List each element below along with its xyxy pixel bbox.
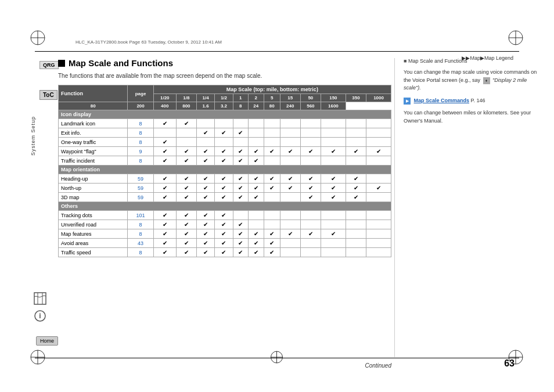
- scale-metric-col-11: 1600: [321, 102, 346, 110]
- check-cell-10: [346, 229, 366, 239]
- row-page-link[interactable]: 59: [128, 174, 153, 184]
- page-title: Map Scale and Functions: [58, 58, 391, 68]
- scale-metric-col-2: 400: [153, 102, 176, 110]
- scale-metric-row: 802004008001.63.2824802405601600: [59, 102, 391, 110]
- toc-button[interactable]: ToC: [39, 90, 57, 100]
- check-cell-6: [264, 156, 280, 166]
- check-cell-1: ✔: [176, 184, 196, 193]
- table-body: Icon displayLandmark icon8✔✔Exit info.8✔…: [59, 110, 391, 257]
- check-cell-11: ✔: [366, 147, 391, 156]
- row-page-link[interactable]: 8: [128, 229, 153, 239]
- scale-col-9: 150: [321, 94, 346, 102]
- row-page-link[interactable]: 8: [128, 138, 153, 147]
- check-cell-7: [280, 138, 300, 147]
- check-cell-8: [300, 156, 321, 166]
- check-cell-6: ✔: [264, 147, 280, 156]
- check-cell-2: ✔: [196, 248, 214, 257]
- check-cell-11: [366, 248, 391, 257]
- check-cell-1: ✔: [176, 211, 196, 220]
- qrg-button[interactable]: QRG: [39, 61, 59, 69]
- table-row: Waypoint "flag"9✔✔✔✔✔✔✔✔✔✔✔✔: [59, 147, 391, 156]
- row-page-link[interactable]: 8: [128, 156, 153, 166]
- check-cell-8: ✔: [300, 229, 321, 239]
- row-function-name: Map features: [59, 229, 128, 239]
- table-row: One-way traffic8✔: [59, 138, 391, 147]
- table-row: Avoid areas43✔✔✔✔✔✔✔: [59, 239, 391, 248]
- check-cell-2: ✔: [196, 220, 214, 229]
- row-page-link[interactable]: 8: [128, 128, 153, 138]
- page-number: 63: [504, 358, 515, 369]
- row-function-name: One-way traffic: [59, 138, 128, 147]
- home-button[interactable]: Home: [36, 336, 58, 346]
- check-cell-0: ✔: [153, 220, 176, 229]
- check-cell-5: ✔: [248, 147, 264, 156]
- row-function-name: Waypoint "flag": [59, 147, 128, 156]
- check-cell-1: [176, 138, 196, 147]
- check-cell-3: ✔: [215, 193, 233, 202]
- check-cell-5: ✔: [248, 229, 264, 239]
- row-page-link[interactable]: 43: [128, 239, 153, 248]
- check-cell-1: ✔: [176, 156, 196, 166]
- check-cell-11: [366, 220, 391, 229]
- check-cell-5: [248, 119, 264, 128]
- scale-col-8: 50: [300, 94, 321, 102]
- scale-col-6: 5: [264, 94, 280, 102]
- row-function-name: Traffic speed: [59, 248, 128, 257]
- row-page-link[interactable]: 9: [128, 147, 153, 156]
- row-function-name: 3D map: [59, 193, 128, 202]
- row-page-link[interactable]: 8: [128, 119, 153, 128]
- check-cell-5: ✔: [248, 239, 264, 248]
- check-cell-7: ✔: [280, 147, 300, 156]
- row-page-link[interactable]: 8: [128, 220, 153, 229]
- scale-metric-col-8: 80: [264, 102, 280, 110]
- check-cell-2: ✔: [196, 174, 214, 184]
- footer-line: [35, 358, 519, 358]
- table-row: Tracking dots101✔✔✔✔: [59, 211, 391, 220]
- table-row: Map features8✔✔✔✔✔✔✔✔✔✔: [59, 229, 391, 239]
- check-cell-9: [321, 248, 346, 257]
- check-cell-10: [346, 248, 366, 257]
- info-icon[interactable]: i: [34, 310, 46, 322]
- main-content: Map Scale and Functions The functions th…: [58, 58, 391, 357]
- check-cell-11: [366, 239, 391, 248]
- right-panel-link-line: ▶ Map Scale Commands P. 146: [404, 97, 542, 105]
- check-cell-7: ✔: [280, 174, 300, 184]
- map-scale-table: Function page Map Scale (top: mile, bott…: [58, 85, 391, 257]
- scale-col-1: 1/8: [176, 94, 196, 102]
- check-cell-3: ✔: [215, 156, 233, 166]
- check-cell-2: ✔: [196, 239, 214, 248]
- map-scale-link[interactable]: Map Scale Commands: [414, 98, 470, 103]
- row-page-link[interactable]: 59: [128, 184, 153, 193]
- check-cell-6: ✔: [264, 184, 280, 193]
- check-cell-11: [366, 119, 391, 128]
- row-page-link[interactable]: 101: [128, 211, 153, 220]
- check-cell-6: ✔: [264, 229, 280, 239]
- check-cell-6: [264, 211, 280, 220]
- title-text: Map Scale and Functions: [69, 58, 173, 68]
- check-cell-6: [264, 193, 280, 202]
- check-cell-7: [280, 128, 300, 138]
- corner-mark-tl: [28, 28, 48, 49]
- check-cell-4: ✔: [233, 248, 248, 257]
- right-panel-icon-voice: ♦: [483, 77, 490, 84]
- check-cell-1: ✔: [176, 229, 196, 239]
- check-cell-4: [233, 119, 248, 128]
- check-cell-4: ✔: [233, 229, 248, 239]
- intro-text: The functions that are available from th…: [58, 73, 391, 79]
- check-cell-4: ✔: [233, 174, 248, 184]
- row-page-link[interactable]: 8: [128, 248, 153, 257]
- check-cell-2: [196, 138, 214, 147]
- check-cell-1: ✔: [176, 193, 196, 202]
- scale-metric-col-9: 240: [280, 102, 300, 110]
- check-cell-11: [366, 128, 391, 138]
- scale-metric-col-0: 80: [59, 102, 128, 110]
- check-cell-0: ✔: [153, 193, 176, 202]
- row-page-link[interactable]: 59: [128, 193, 153, 202]
- check-cell-6: ✔: [264, 174, 280, 184]
- check-cell-11: [366, 193, 391, 202]
- col-page-header: page: [128, 85, 153, 102]
- check-cell-4: [233, 211, 248, 220]
- check-cell-9: [321, 239, 346, 248]
- table-row: North-up59✔✔✔✔✔✔✔✔✔✔✔✔: [59, 184, 391, 193]
- check-cell-8: [300, 211, 321, 220]
